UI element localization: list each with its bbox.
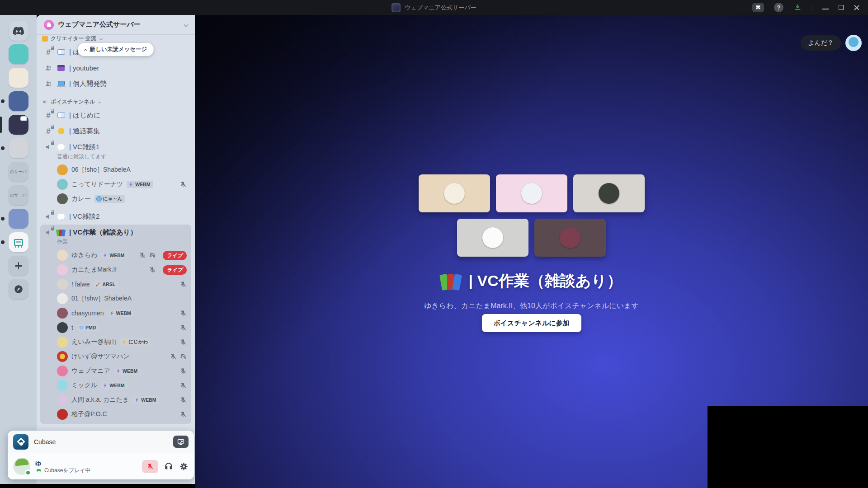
member-name: 格子@P.O.C: [71, 410, 107, 418]
bolt-icon: [134, 397, 140, 403]
compass-icon: [14, 284, 24, 294]
voice-member-row[interactable]: ! falwe ARSL: [40, 277, 191, 291]
settings-gear-button[interactable]: [179, 462, 189, 471]
user-info[interactable]: ゆ Cubaseをプレイ中: [35, 459, 137, 474]
participant-avatar: [599, 183, 619, 204]
channel-row[interactable]: | youtuber: [40, 61, 191, 75]
screen-share-button[interactable]: [173, 436, 189, 448]
cubase-logo-icon: [13, 434, 28, 450]
lock-icon: [51, 111, 54, 113]
channel-row[interactable]: # | はじめに: [40, 108, 191, 122]
server-unnamed-1[interactable]: のサーバ: [0, 160, 37, 183]
gear-icon: [179, 462, 189, 471]
bolt-icon: [109, 310, 115, 316]
server-avatar: [9, 21, 28, 41]
easel-icon: [14, 239, 23, 246]
server-header[interactable]: ウェブマニア公式サーバー: [37, 15, 195, 35]
close-button[interactable]: [854, 5, 860, 11]
discord-home-button[interactable]: [0, 19, 37, 42]
voice-member-row[interactable]: 01［!shw］ShabeleA: [40, 291, 191, 306]
channel-type-icon: [44, 229, 53, 236]
lock-icon: [51, 142, 54, 145]
member-name: こってりドーナツ: [71, 180, 123, 188]
online-status-dot: [25, 469, 31, 476]
server-pixel[interactable]: [0, 113, 37, 136]
add-server-button[interactable]: [0, 254, 37, 277]
server-suit[interactable]: [0, 89, 37, 113]
channel-type-icon: [44, 80, 53, 88]
book-emoji: [57, 49, 65, 55]
channel-row[interactable]: | VC作業（雑談あり）: [40, 225, 191, 239]
server-anime-white[interactable]: [0, 136, 37, 160]
unread-messages-pill[interactable]: 新しい未読メッセージ: [78, 43, 154, 56]
server-avatar: [9, 209, 28, 229]
heart-icon: [79, 325, 84, 330]
titlebar-title: ウェブマニア公式サーバー: [405, 4, 476, 12]
member-avatar: [57, 380, 68, 391]
join-voice-button[interactable]: ボイスチャンネルに参加: [481, 314, 581, 332]
download-icon[interactable]: [793, 3, 802, 12]
voice-member-row[interactable]: ゆきらわ WEBM ライブ: [40, 248, 191, 263]
bolt-icon: [122, 339, 127, 345]
voice-member-row[interactable]: えいみー@福山 にじかわ: [40, 335, 191, 349]
mic-muted-icon: [179, 281, 187, 288]
participant-tile: [534, 219, 606, 257]
server-collage[interactable]: [0, 66, 37, 89]
member-avatar: [57, 293, 68, 304]
channel-row[interactable]: | 個人開発勢: [40, 76, 191, 91]
voice-member-row[interactable]: chasyumen WEBM: [40, 306, 191, 320]
minimize-button[interactable]: [822, 6, 829, 9]
voice-member-row[interactable]: 格子@P.O.C: [40, 407, 191, 422]
voice-member-row[interactable]: 人間 a.k.a. カニたま WEBM: [40, 393, 191, 407]
channel-row[interactable]: | VC雑談2: [40, 209, 191, 224]
inbox-icon[interactable]: [752, 3, 764, 12]
profile-badge: WEBM: [108, 310, 134, 317]
titlebar-server: ウェブマニア公式サーバー: [392, 3, 476, 12]
voice-member-row[interactable]: ウェブマニア WEBM: [40, 364, 191, 378]
participant-tiles-row2: [195, 219, 868, 257]
server-robot[interactable]: [0, 42, 37, 66]
bolt-icon: [128, 182, 134, 187]
speech-bubble-emoji: [57, 214, 65, 219]
plus-icon: [15, 262, 22, 269]
sword-icon: [95, 282, 101, 287]
member-name: ゆきらわ: [71, 251, 97, 259]
user-activity-status: Cubaseをプレイ中: [44, 467, 91, 474]
category-header[interactable]: クリエイター 交流: [42, 35, 189, 43]
server-name: ウェブマニア公式サーバー: [58, 20, 180, 29]
channel-row[interactable]: # | 通話募集: [40, 124, 191, 138]
channel-type-icon: #: [44, 48, 53, 56]
member-name: 01［!shw］ShabeleA: [71, 295, 132, 303]
voice-member-row[interactable]: カレー にゃ～ん: [40, 192, 191, 206]
channel-row[interactable]: | VC雑談1: [40, 140, 191, 154]
server-unnamed-2[interactable]: のサーバ: [0, 183, 37, 207]
mic-muted-icon: [179, 411, 187, 418]
voice-member-row[interactable]: カニたまMark.II ライブ: [40, 263, 191, 277]
maximize-button[interactable]: [839, 5, 844, 10]
participant-tile: [573, 174, 645, 212]
profile-badge: WEBM: [132, 396, 159, 404]
user-avatar[interactable]: [13, 458, 30, 475]
voice-member-row[interactable]: t PMD: [40, 320, 191, 335]
live-badge: ライブ: [163, 251, 187, 260]
category-header[interactable]: ボイスチャンネル: [42, 97, 189, 107]
mic-mute-button[interactable]: [142, 460, 158, 473]
voice-member-row[interactable]: けいず@サツマハン: [40, 349, 191, 364]
participant-avatar: [521, 183, 542, 204]
discover-button[interactable]: [0, 277, 37, 301]
server-anime-blue[interactable]: [0, 207, 37, 230]
channel-name: | 個人開発勢: [69, 80, 107, 88]
profile-badge: にゃ～ん: [94, 195, 125, 203]
message-badge-icon: [20, 116, 27, 121]
voice-member-row[interactable]: ミックル WEBM: [40, 378, 191, 393]
member-avatar: [57, 337, 68, 347]
community-home-icon: [44, 20, 54, 30]
hash-icon: #: [46, 127, 50, 135]
unread-dot: [1, 146, 5, 150]
help-icon[interactable]: ?: [774, 3, 783, 12]
headphones-button[interactable]: [164, 461, 174, 471]
voice-member-row[interactable]: こってりドーナツ WEBM: [40, 177, 191, 192]
server-easel[interactable]: [0, 230, 37, 254]
voice-member-row[interactable]: 06［!sho］ShabeleA: [40, 163, 191, 177]
member-avatar: [57, 322, 68, 333]
